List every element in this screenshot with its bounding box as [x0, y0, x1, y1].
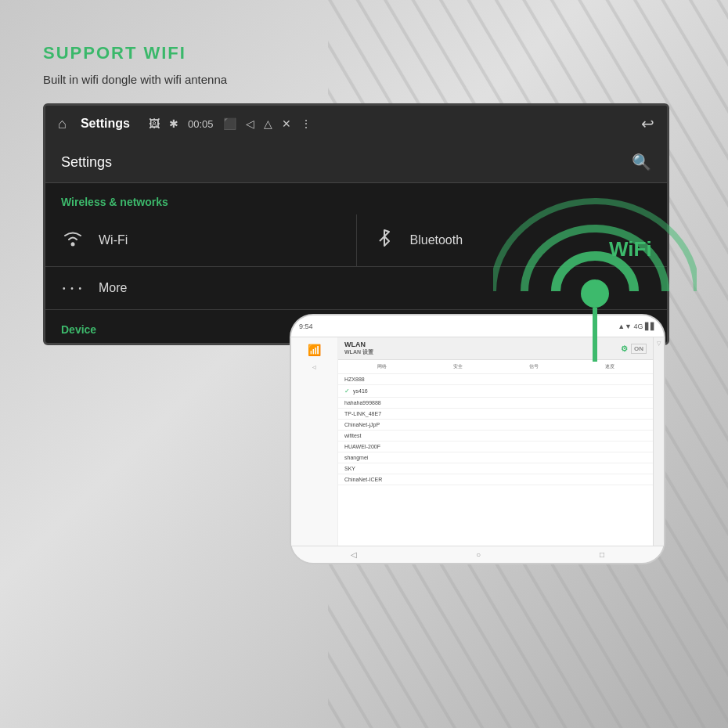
nav-back[interactable]: ◁ — [351, 550, 357, 559]
menu-icon: ⋮ — [301, 117, 312, 130]
wifi-graphic: WiFi — [493, 182, 697, 404]
svg-point-6 — [581, 279, 609, 308]
network-shangmei[interactable]: shangmei — [338, 452, 653, 463]
bluetooth-icon — [373, 229, 396, 252]
network-chinanet2[interactable]: ChinaNet-ICER — [338, 474, 653, 485]
status-icons: 🖼 ✱ 00:05 ⬛ ◁ △ ✕ ⋮ — [149, 117, 630, 130]
network-wifitest[interactable]: wifitest — [338, 431, 653, 441]
close-icon: ✕ — [282, 117, 291, 130]
wifi-label: Wi-Fi — [99, 233, 128, 247]
gallery-icon: 🖼 — [149, 117, 160, 130]
network-name: ChinaNet-ICER — [344, 477, 382, 482]
wifi-icon — [61, 229, 85, 251]
phone-time: 9:54 — [299, 323, 313, 330]
status-bar: ⌂ Settings 🖼 ✱ 00:05 ⬛ ◁ △ ✕ ⋮ ↩ — [45, 106, 667, 142]
support-subtitle: Built in wifi dongle with wifi antenna — [43, 73, 681, 86]
network-name: SKY — [344, 466, 355, 471]
more-label: More — [99, 281, 127, 295]
network-name: HUAWEI-200F — [344, 444, 380, 449]
more-icon: • • • — [61, 284, 85, 293]
bluetooth-label: Bluetooth — [410, 233, 463, 247]
phone-nav-bar: ◁ ○ □ — [291, 546, 664, 563]
nav-home[interactable]: ○ — [476, 550, 481, 559]
back-icon[interactable]: ↩ — [641, 114, 654, 133]
device-label: Device — [61, 323, 96, 336]
network-tplink[interactable]: TP-LINK_48E7 — [338, 409, 653, 420]
phone-back-arrow: ◁ — [312, 364, 316, 369]
network-huawei[interactable]: HUAWEI-200F — [338, 441, 653, 452]
network-sky[interactable]: SKY — [338, 463, 653, 474]
wifi-item[interactable]: Wi-Fi — [45, 214, 357, 266]
network-name: shangmei — [344, 455, 368, 460]
settings-header: Settings 🔍 — [45, 142, 667, 183]
svg-point-2 — [71, 243, 75, 247]
network-name: HZX888 — [344, 377, 365, 382]
screen-container: ⌂ Settings 🖼 ✱ 00:05 ⬛ ◁ △ ✕ ⋮ ↩ Setting… — [43, 103, 681, 345]
network-name: ys416 — [353, 388, 368, 394]
check-icon: ✓ — [344, 387, 350, 395]
network-chinanet1[interactable]: ChinaNet-jJpP — [338, 420, 653, 431]
col-security: 安全 — [420, 363, 495, 370]
home-icon[interactable]: ⌂ — [58, 116, 67, 132]
nav-recent[interactable]: □ — [600, 550, 604, 559]
bluetooth-icon: ✱ — [169, 117, 178, 130]
settings-title: Settings — [61, 154, 112, 171]
col-network: 网络 — [344, 363, 419, 370]
network-name: ChinaNet-jJpP — [344, 422, 380, 427]
network-name: TP-LINK_48E7 — [344, 411, 381, 416]
phone-sidebar: 📶 ◁ — [291, 337, 338, 546]
phone-wifi-icon: 📶 — [308, 344, 321, 356]
volume-icon: ◁ — [246, 117, 254, 130]
power-button — [290, 362, 291, 386]
camera-icon: ⬛ — [223, 117, 236, 130]
network-name: wifitest — [344, 433, 361, 438]
network-name: hahaha999888 — [344, 400, 381, 405]
status-time: 00:05 — [188, 118, 214, 130]
svg-text:WiFi: WiFi — [609, 237, 652, 261]
phone-wlan-label: WLAN WLAN 设置 — [344, 341, 373, 356]
support-title: SUPPORT WIFI — [43, 43, 681, 63]
app-title: Settings — [81, 117, 130, 131]
up-icon: △ — [264, 117, 272, 130]
search-button[interactable]: 🔍 — [632, 153, 651, 171]
